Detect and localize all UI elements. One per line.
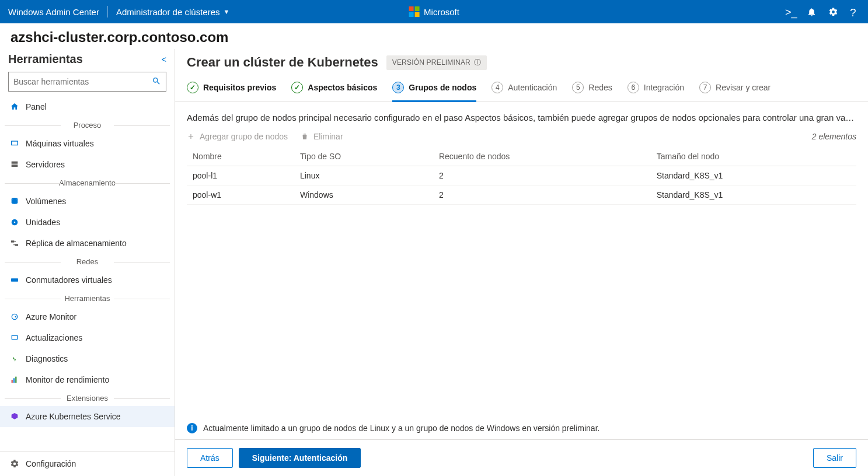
wizard-step-requisitos-previos[interactable]: ✓Requisitos previos — [187, 82, 276, 102]
sidebar-item-updates[interactable]: Actualizaciones — [0, 327, 175, 348]
azmon-icon — [9, 312, 20, 322]
sidebar-item-label: Diagnostics — [26, 354, 68, 363]
step-indicator: ✓ — [291, 82, 303, 93]
sidebar-item-label: Servidores — [26, 160, 65, 169]
wizard-step-grupos-de-nodos[interactable]: 3Grupos de nodos — [392, 82, 476, 102]
sidebar-item-vms[interactable]: Máquinas virtuales — [0, 133, 175, 154]
wizard-step-aspectos-básicos[interactable]: ✓Aspectos básicos — [291, 82, 377, 102]
delete-label: Eliminar — [313, 132, 343, 141]
preview-badge: VERSIÓN PRELIMINAR — [386, 55, 487, 70]
step-label: Grupos de nodos — [409, 83, 476, 92]
cell-os: Linux — [294, 166, 433, 186]
nodepools-table: NombreTipo de SORecuento de nodosTamaño … — [187, 147, 856, 205]
delete-nodepool-button[interactable]: Eliminar — [301, 132, 343, 141]
panel-icon — [9, 102, 20, 112]
step-indicator: 5 — [572, 82, 584, 93]
intro-text: Además del grupo de nodos principal nece… — [187, 113, 856, 123]
notifications-icon[interactable] — [807, 7, 817, 17]
nav-list: PanelProcesoMáquinas virtualesServidores… — [0, 96, 175, 451]
svg-rect-15 — [15, 377, 16, 383]
help-icon[interactable]: ? — [850, 7, 860, 17]
step-label: Redes — [588, 83, 612, 92]
step-label: Autenticación — [508, 83, 557, 92]
sidebar-item-settings[interactable]: Configuración — [0, 452, 175, 476]
svg-rect-1 — [12, 142, 17, 145]
next-button[interactable]: Siguiente: Autenticación — [239, 448, 361, 468]
context-label: Administrador de clústeres — [116, 7, 220, 17]
cell-name: pool-l1 — [187, 166, 294, 186]
nav-group-label: Redes — [0, 257, 175, 266]
sidebar-item-vswitches[interactable]: Conmutadores virtuales — [0, 270, 175, 290]
cell-name: pool-w1 — [187, 186, 294, 205]
sidebar-item-servers[interactable]: Servidores — [0, 154, 175, 175]
perfmon-icon — [9, 374, 20, 385]
col-header[interactable]: Tipo de SO — [294, 147, 433, 166]
wizard-step-integración[interactable]: 6Integración — [628, 82, 684, 102]
col-header[interactable]: Tamaño del nodo — [651, 147, 856, 166]
search-input[interactable] — [13, 77, 152, 86]
sidebar-collapse-icon[interactable]: < — [162, 55, 166, 64]
wizard-step-autenticación[interactable]: 4Autenticación — [491, 82, 557, 102]
wizard-step-redes[interactable]: 5Redes — [572, 82, 612, 102]
svg-rect-12 — [12, 336, 17, 339]
cell-size: Standard_K8S_v1 — [651, 166, 856, 186]
sidebar-item-aks[interactable]: Azure Kubernetes Service — [0, 406, 175, 427]
back-button[interactable]: Atrás — [187, 448, 233, 468]
svg-rect-8 — [15, 244, 18, 246]
step-indicator: 4 — [491, 82, 503, 93]
main-content: Crear un clúster de Kubernetes VERSIÓN P… — [175, 49, 868, 476]
cell-count: 2 — [433, 166, 651, 186]
svg-rect-2 — [12, 162, 18, 164]
plus-icon — [187, 132, 195, 141]
add-label: Agregar grupo de nodos — [200, 132, 288, 141]
sidebar-item-label: Monitor de rendimiento — [26, 375, 109, 384]
sidebar-item-azmon[interactable]: Azure Monitor — [0, 306, 175, 327]
step-indicator: 6 — [628, 82, 639, 93]
nav-group-label: Proceso — [0, 121, 175, 130]
sidebar-item-drives[interactable]: Unidades — [0, 212, 175, 233]
product-name[interactable]: Windows Admin Center — [8, 7, 99, 17]
vms-icon — [9, 138, 20, 149]
tools-search[interactable] — [8, 72, 166, 92]
cluster-title: azshci-cluster.corp.contoso.com — [0, 23, 868, 49]
step-label: Aspectos básicos — [308, 83, 377, 92]
svg-point-4 — [12, 198, 18, 200]
context-switcher[interactable]: Administrador de clústeres ▼ — [116, 7, 229, 17]
drives-icon — [9, 217, 20, 228]
wizard-footer: Atrás Siguiente: Autenticación Salir — [175, 439, 868, 476]
table-row[interactable]: pool-l1Linux2Standard_K8S_v1 — [187, 166, 856, 186]
svg-point-6 — [14, 222, 16, 223]
sidebar-item-perfmon[interactable]: Monitor de rendimiento — [0, 369, 175, 390]
step-indicator: 7 — [699, 82, 711, 93]
add-nodepool-button[interactable]: Agregar grupo de nodos — [187, 132, 288, 141]
cell-os: Windows — [294, 186, 433, 205]
tools-sidebar: Herramientas < PanelProcesoMáquinas virt… — [0, 49, 175, 476]
search-icon — [152, 76, 161, 88]
item-count: 2 elementos — [812, 132, 856, 141]
volumes-icon — [9, 196, 20, 206]
exit-button[interactable]: Salir — [813, 448, 856, 468]
microsoft-logo-icon — [409, 6, 419, 17]
diag-icon — [9, 354, 20, 364]
wizard-step-revisar-y-crear[interactable]: 7Revisar y crear — [699, 82, 771, 102]
cell-count: 2 — [433, 186, 651, 205]
svg-rect-13 — [12, 380, 13, 383]
sidebar-item-storrep[interactable]: Réplica de almacenamiento — [0, 233, 175, 254]
nav-group-label: Extensiones — [0, 394, 175, 402]
settings-icon[interactable] — [828, 7, 838, 17]
sidebar-item-label: Conmutadores virtuales — [26, 275, 112, 285]
ms-brand: Microsoft — [409, 6, 459, 17]
step-label: Integración — [644, 83, 684, 92]
table-row[interactable]: pool-w1Windows2Standard_K8S_v1 — [187, 186, 856, 205]
step-indicator: 3 — [392, 82, 404, 93]
sidebar-item-panel[interactable]: Panel — [0, 96, 175, 117]
col-header[interactable]: Recuento de nodos — [433, 147, 651, 166]
svg-rect-9 — [11, 278, 18, 281]
sidebar-item-volumes[interactable]: Volúmenes — [0, 191, 175, 212]
svg-rect-14 — [13, 378, 15, 383]
col-header[interactable]: Nombre — [187, 147, 294, 166]
sidebar-item-diag[interactable]: Diagnostics — [0, 348, 175, 369]
trash-icon — [301, 132, 309, 141]
console-icon[interactable]: >_ — [785, 7, 795, 17]
sidebar-item-label: Azure Monitor — [26, 312, 76, 321]
